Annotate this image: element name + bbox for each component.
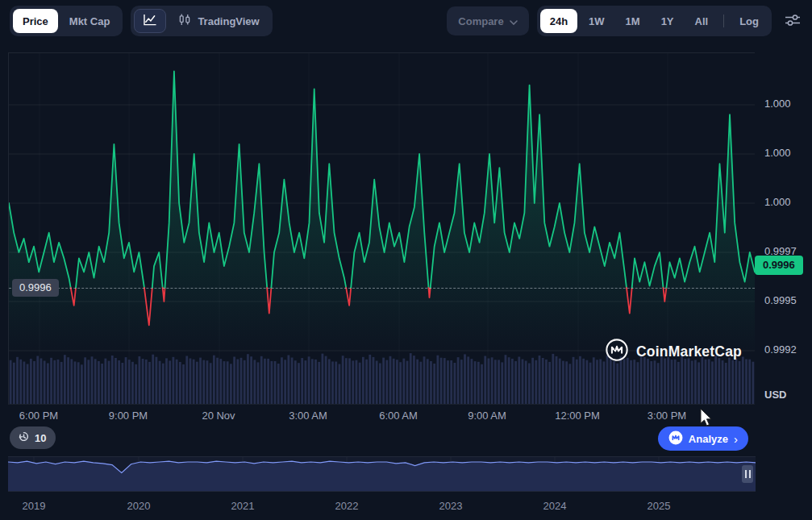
y-axis-label: 1.000 — [764, 98, 791, 110]
range-1m-button[interactable]: 1M — [616, 9, 650, 33]
log-scale-toggle[interactable]: Log — [730, 9, 768, 33]
x-axis-label: 20 Nov — [202, 410, 235, 422]
year-label: 2023 — [439, 500, 463, 512]
year-label: 2024 — [543, 500, 567, 512]
y-axis-label: 1.000 — [764, 147, 791, 160]
year-label: 2025 — [648, 500, 671, 512]
x-axis-label: 6:00 AM — [379, 410, 418, 422]
price-mktcap-toggle: Price Mkt Cap — [10, 6, 123, 36]
year-label: 2019 — [23, 500, 46, 512]
y-axis-label: 0.9995 — [764, 294, 797, 307]
chevron-down-icon — [510, 15, 518, 27]
chart-toolbar: Price Mkt Cap — [10, 6, 804, 36]
reference-price-label: 0.9996 — [12, 279, 59, 297]
line-chart-type-button[interactable] — [134, 9, 166, 33]
coinmarketcap-chart-panel: Price Mkt Cap — [0, 0, 812, 520]
year-axis: 2019 2020 2021 2022 2023 2024 2025 — [8, 500, 756, 514]
analyze-button[interactable]: Analyze › — [658, 426, 748, 451]
x-axis-label: 6:00 PM — [19, 410, 58, 422]
tradingview-toggle[interactable]: TradingView — [168, 9, 269, 33]
history-count: 10 — [35, 432, 46, 444]
range-24h-button[interactable]: 24h — [540, 9, 577, 33]
price-tab[interactable]: Price — [13, 9, 58, 33]
history-button[interactable]: 10 — [10, 426, 56, 449]
date-range-minimap — [8, 456, 756, 492]
compare-button[interactable]: Compare — [447, 6, 528, 35]
range-divider — [723, 15, 724, 27]
minimap-chart[interactable] — [8, 457, 756, 491]
reference-price-line — [9, 288, 755, 289]
line-chart-icon — [143, 14, 157, 28]
coinmarketcap-watermark: CoinMarketCap — [605, 338, 742, 365]
compare-label: Compare — [458, 15, 503, 27]
range-all-button[interactable]: All — [685, 9, 718, 33]
history-icon — [18, 431, 30, 445]
chart-type-group: TradingView — [131, 6, 272, 36]
year-label: 2020 — [127, 500, 151, 512]
chevron-right-icon: › — [734, 433, 738, 445]
chart-settings-button[interactable] — [781, 10, 804, 33]
x-axis-label: 3:00 AM — [289, 410, 327, 422]
year-label: 2021 — [231, 500, 255, 512]
x-axis-label: 9:00 AM — [468, 410, 506, 422]
current-price-badge: 0.9996 — [755, 256, 803, 275]
price-chart-area: 0.9996 CoinMarketCap — [8, 52, 755, 405]
x-axis-label: 12:00 PM — [555, 410, 600, 422]
analyze-label: Analyze — [689, 433, 728, 445]
x-axis-label: 3:00 PM — [648, 410, 686, 422]
currency-label: USD — [764, 389, 786, 401]
sliders-icon — [785, 13, 801, 30]
range-selector: 24h 1W 1M 1Y All Log — [537, 6, 772, 36]
y-axis-label: 0.9992 — [764, 343, 797, 356]
time-axis: 6:00 PM 9:00 PM 20 Nov 3:00 AM 6:00 AM 9… — [8, 410, 754, 424]
price-axis: 1.000 1.000 1.000 0.9997 0.9995 0.9992 0… — [754, 52, 812, 403]
watermark-text: CoinMarketCap — [636, 343, 742, 360]
range-1w-button[interactable]: 1W — [579, 9, 614, 33]
tradingview-label: TradingView — [198, 15, 259, 27]
x-axis-label: 9:00 PM — [109, 410, 148, 422]
year-label: 2022 — [335, 500, 359, 512]
candlestick-icon — [177, 14, 192, 28]
analyze-cmc-icon — [668, 431, 683, 447]
range-1y-button[interactable]: 1Y — [652, 9, 684, 33]
coinmarketcap-logo-icon — [605, 338, 629, 365]
mktcap-tab[interactable]: Mkt Cap — [60, 9, 120, 33]
range-slider-handle[interactable] — [742, 465, 753, 483]
y-axis-label: 1.000 — [764, 196, 791, 209]
